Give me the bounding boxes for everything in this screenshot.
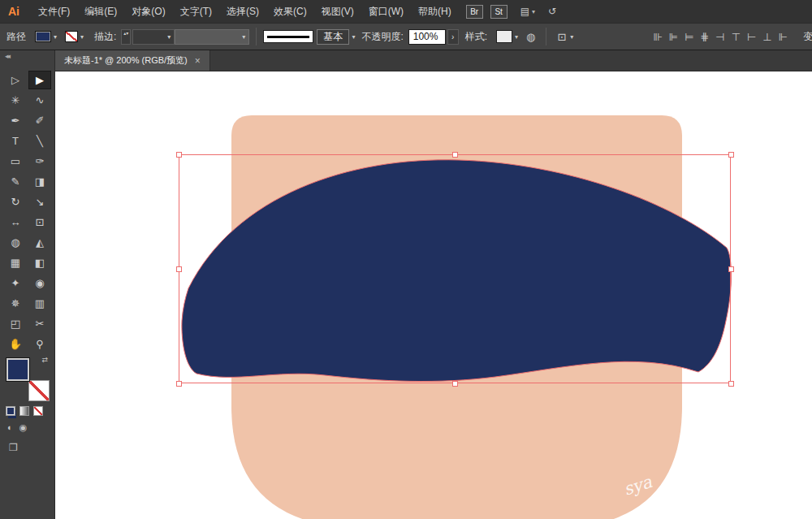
direct-selection-tool[interactable]: ▷ (4, 71, 27, 89)
distribute-right-icon[interactable]: ⊫ (669, 31, 678, 43)
selection-handle[interactable] (176, 152, 182, 158)
draw-normal-icon[interactable]: ◐ (7, 422, 13, 433)
bridge-button[interactable]: Br (466, 5, 483, 19)
paintbrush-tool[interactable]: ✑ (28, 152, 51, 171)
selection-handle[interactable] (728, 152, 734, 158)
opacity-expand-button[interactable]: › (447, 29, 459, 45)
chevron-down-icon: ▾ (242, 33, 245, 41)
zoom-tool[interactable]: ⚲ (28, 335, 51, 353)
close-icon[interactable]: × (195, 55, 201, 67)
recolor-artwork-icon[interactable]: ◍ (526, 31, 535, 43)
menu-item-2[interactable]: 对象(O) (124, 0, 172, 23)
stroke-color-dropdown[interactable]: ▾ (65, 31, 84, 42)
stock-button[interactable]: St (490, 5, 508, 19)
swap-fill-stroke-icon[interactable]: ⇄ (41, 356, 48, 364)
transform-link[interactable]: 变换 (803, 30, 812, 44)
workspace-switcher-icon[interactable]: ▤ (520, 6, 529, 17)
artboard-canvas[interactable]: sya (55, 71, 812, 519)
stroke-swatch[interactable] (28, 380, 50, 401)
blob-brush-tool[interactable]: ✐ (28, 111, 51, 130)
align-top-icon[interactable]: ⊤ (732, 31, 741, 43)
gradient-button[interactable] (19, 406, 29, 416)
stroke-weight-dropdown[interactable]: ▾ (132, 29, 175, 45)
blend-tool[interactable]: ◉ (28, 274, 51, 292)
selection-handle[interactable] (176, 381, 182, 387)
selection-handle[interactable] (728, 381, 734, 387)
fill-color-swatch[interactable] (35, 31, 51, 42)
none-button[interactable] (33, 406, 43, 416)
selection-bounding-box[interactable] (179, 154, 731, 383)
fill-swatch[interactable] (6, 357, 30, 382)
scale-tool[interactable]: ↘ (28, 192, 51, 211)
shape-builder-tool[interactable]: ◍ (4, 233, 27, 252)
distribute-v-icon[interactable]: ⊩ (779, 31, 788, 43)
rectangle-tool[interactable]: ▭ (4, 152, 27, 171)
lasso-tool[interactable]: ∿ (28, 91, 51, 110)
fill-color-dropdown[interactable]: ▾ (35, 31, 57, 42)
chevron-down-icon: ▾ (515, 33, 518, 41)
transform-panel-icon[interactable]: ⊡ (557, 31, 566, 43)
menu-item-1[interactable]: 编辑(E) (77, 0, 124, 23)
stroke-weight-stepper[interactable]: ▴▾ (121, 29, 131, 45)
menu-item-3[interactable]: 文字(T) (173, 0, 219, 23)
menu-item-7[interactable]: 窗口(W) (361, 0, 411, 23)
align-left-icon[interactable]: ⊨ (685, 31, 693, 43)
menu-item-4[interactable]: 选择(S) (219, 0, 266, 23)
color-type-buttons (6, 406, 43, 416)
separator (256, 28, 257, 45)
selection-handle[interactable] (452, 152, 458, 158)
style-dropdown[interactable]: ▾ (496, 30, 518, 43)
screen-mode-icon[interactable]: ❐ (9, 442, 18, 453)
menu-item-0[interactable]: 文件(F) (31, 0, 77, 23)
align-right-icon[interactable]: ⊣ (715, 31, 724, 43)
pen-tool[interactable]: ✒ (4, 111, 27, 130)
selection-handle[interactable] (176, 266, 182, 272)
rotate-tool[interactable]: ↻ (4, 192, 27, 211)
variable-width-dropdown: ▾ (175, 29, 249, 45)
type-tool[interactable]: T (4, 132, 27, 150)
chevron-down-icon[interactable]: ▾ (352, 33, 355, 41)
eyedropper-tool[interactable]: ✦ (4, 274, 27, 292)
slice-tool[interactable]: ✂ (28, 314, 51, 333)
brush-basic-button[interactable]: 基本 (317, 29, 349, 45)
pencil-tool[interactable]: ✎ (4, 172, 27, 191)
selection-handle[interactable] (452, 381, 458, 387)
collapse-panel-icon[interactable]: ◂◂ (5, 52, 9, 60)
gradient-tool[interactable]: ◧ (28, 253, 51, 272)
draw-mode-buttons: ◐ ◉ (7, 422, 27, 433)
align-center-h-icon[interactable]: ⋕ (700, 31, 709, 43)
magic-wand-tool[interactable]: ✳ (4, 91, 27, 110)
menu-item-8[interactable]: 帮助(H) (411, 0, 459, 23)
workspace-caret-icon[interactable]: ▾ (532, 8, 535, 15)
style-label: 样式: (465, 30, 487, 44)
stroke-none-swatch[interactable] (65, 31, 78, 42)
menu-items: 文件(F)编辑(E)对象(O)文字(T)选择(S)效果(C)视图(V)窗口(W)… (31, 0, 459, 23)
separator (546, 28, 546, 45)
perspective-grid-tool[interactable]: ◭ (28, 233, 51, 252)
line-segment-tool[interactable]: ╲ (28, 132, 51, 150)
selection-handle[interactable] (728, 266, 734, 272)
sync-icon[interactable]: ↺ (548, 6, 556, 17)
opacity-input[interactable]: 100% (408, 29, 446, 45)
artboard-tool[interactable]: ◰ (4, 314, 27, 333)
distribute-left-icon[interactable]: ⊪ (653, 31, 662, 43)
brush-definition-preview[interactable] (263, 30, 313, 43)
width-tool[interactable]: ↔ (4, 213, 27, 231)
document-tab[interactable]: 未标题-1* @ 200% (RGB/预览) × (55, 50, 210, 71)
column-graph-tool[interactable]: ▥ (28, 294, 51, 313)
mesh-tool[interactable]: ▦ (4, 253, 27, 272)
document-tab-title: 未标题-1* @ 200% (RGB/预览) (64, 54, 188, 67)
menu-item-5[interactable]: 效果(C) (266, 0, 314, 23)
menu-item-6[interactable]: 视图(V) (314, 0, 361, 23)
color-button[interactable] (6, 406, 15, 416)
style-swatch[interactable] (496, 30, 512, 43)
symbol-sprayer-tool[interactable]: ✵ (4, 294, 27, 313)
align-bottom-icon[interactable]: ⊥ (762, 31, 771, 43)
align-middle-v-icon[interactable]: ⊢ (747, 31, 756, 43)
free-transform-tool[interactable]: ⊡ (28, 213, 51, 231)
draw-inside-icon[interactable]: ◉ (19, 422, 28, 433)
hand-tool[interactable]: ✋ (4, 335, 27, 353)
selection-tool[interactable]: ▶ (28, 71, 51, 89)
chevron-down-icon[interactable]: ▾ (570, 33, 573, 41)
eraser-tool[interactable]: ◨ (28, 172, 51, 191)
